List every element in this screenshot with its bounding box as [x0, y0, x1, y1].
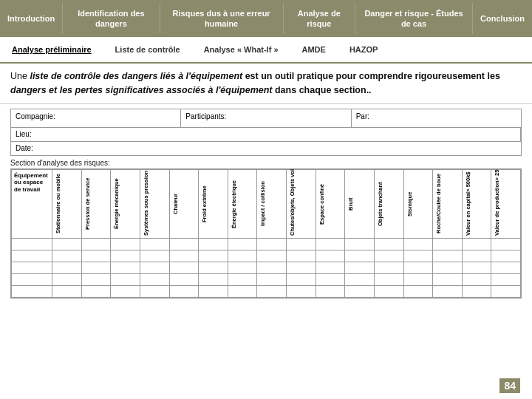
data-cell[interactable] — [403, 262, 433, 273]
data-cell[interactable] — [169, 238, 199, 250]
equip-cell[interactable] — [12, 285, 52, 297]
data-cell[interactable] — [140, 273, 169, 285]
data-cell[interactable] — [345, 285, 375, 297]
data-cell[interactable] — [403, 285, 433, 297]
table-row[interactable] — [12, 273, 521, 285]
data-cell[interactable] — [111, 238, 140, 250]
data-cell[interactable] — [403, 238, 433, 250]
data-cell[interactable] — [374, 262, 403, 273]
data-cell[interactable] — [140, 285, 169, 297]
data-cell[interactable] — [199, 285, 228, 297]
data-cell[interactable] — [345, 262, 375, 273]
data-cell[interactable] — [433, 273, 463, 285]
nav-item-analyse[interactable]: Analyse de risque — [284, 3, 355, 34]
data-cell[interactable] — [111, 273, 140, 285]
data-cell[interactable] — [199, 250, 228, 262]
subnav-item-hazop[interactable]: HAZOP — [345, 43, 383, 56]
data-cell[interactable] — [81, 250, 111, 262]
data-cell[interactable] — [169, 250, 199, 262]
data-cell[interactable] — [257, 262, 287, 273]
data-cell[interactable] — [52, 250, 82, 262]
nav-item-risques[interactable]: Risques dus à une erreur humaine — [160, 3, 284, 34]
data-cell[interactable] — [199, 262, 228, 273]
data-cell[interactable] — [462, 238, 491, 250]
data-cell[interactable] — [287, 238, 316, 250]
table-row[interactable] — [12, 262, 521, 273]
subnav-item-analyse-preliminaire[interactable]: Analyse préliminaire — [7, 43, 96, 56]
data-cell[interactable] — [228, 285, 257, 297]
data-cell[interactable] — [81, 238, 111, 250]
data-cell[interactable] — [374, 273, 403, 285]
data-cell[interactable] — [462, 273, 491, 285]
participants-field[interactable]: Participants: — [181, 109, 351, 127]
data-cell[interactable] — [228, 273, 257, 285]
data-cell[interactable] — [491, 262, 521, 273]
data-cell[interactable] — [316, 285, 345, 297]
data-cell[interactable] — [462, 285, 491, 297]
data-cell[interactable] — [52, 262, 82, 273]
data-cell[interactable] — [287, 250, 316, 262]
lieu-field[interactable]: Lieu: — [11, 128, 521, 141]
data-cell[interactable] — [257, 273, 287, 285]
data-cell[interactable] — [491, 250, 521, 262]
data-cell[interactable] — [228, 250, 257, 262]
nav-item-conclusion[interactable]: Conclusion — [473, 3, 532, 34]
company-field[interactable]: Compagnie: — [11, 109, 181, 127]
data-cell[interactable] — [111, 250, 140, 262]
data-cell[interactable] — [316, 238, 345, 250]
data-cell[interactable] — [52, 273, 82, 285]
data-cell[interactable] — [111, 285, 140, 297]
data-cell[interactable] — [169, 262, 199, 273]
data-cell[interactable] — [316, 250, 345, 262]
data-cell[interactable] — [462, 262, 491, 273]
equip-cell[interactable] — [12, 273, 52, 285]
data-cell[interactable] — [287, 285, 316, 297]
data-cell[interactable] — [491, 238, 521, 250]
data-cell[interactable] — [81, 273, 111, 285]
data-cell[interactable] — [403, 250, 433, 262]
data-cell[interactable] — [52, 285, 82, 297]
nav-item-danger[interactable]: Danger et risque - Études de cas — [355, 3, 473, 34]
equip-cell[interactable] — [12, 262, 52, 273]
data-cell[interactable] — [169, 285, 199, 297]
data-cell[interactable] — [433, 262, 463, 273]
data-cell[interactable] — [52, 238, 82, 250]
data-cell[interactable] — [345, 250, 375, 262]
date-field[interactable]: Date: — [11, 142, 521, 155]
data-cell[interactable] — [491, 285, 521, 297]
equip-cell[interactable] — [12, 238, 52, 250]
subnav-item-liste-controle[interactable]: Liste de contrôle — [111, 43, 185, 56]
data-cell[interactable] — [374, 285, 403, 297]
subnav-item-amde[interactable]: AMDE — [298, 43, 330, 56]
data-cell[interactable] — [374, 238, 403, 250]
subnav-item-what-if[interactable]: Analyse « What-If » — [200, 43, 283, 56]
data-cell[interactable] — [433, 250, 463, 262]
nav-item-identification[interactable]: Identification des dangers — [63, 3, 160, 34]
data-cell[interactable] — [374, 250, 403, 262]
data-cell[interactable] — [403, 273, 433, 285]
data-cell[interactable] — [257, 285, 287, 297]
par-field[interactable]: Par: — [352, 109, 521, 127]
table-row[interactable] — [12, 238, 521, 250]
data-cell[interactable] — [199, 238, 228, 250]
table-row[interactable] — [12, 285, 521, 297]
data-cell[interactable] — [316, 273, 345, 285]
data-cell[interactable] — [169, 273, 199, 285]
data-cell[interactable] — [228, 262, 257, 273]
data-cell[interactable] — [345, 238, 375, 250]
data-cell[interactable] — [228, 238, 257, 250]
data-cell[interactable] — [81, 262, 111, 273]
data-cell[interactable] — [433, 238, 463, 250]
equip-cell[interactable] — [12, 250, 52, 262]
data-cell[interactable] — [491, 273, 521, 285]
data-cell[interactable] — [199, 273, 228, 285]
data-cell[interactable] — [287, 262, 316, 273]
data-cell[interactable] — [462, 250, 491, 262]
data-cell[interactable] — [81, 285, 111, 297]
data-cell[interactable] — [257, 250, 287, 262]
data-cell[interactable] — [140, 262, 169, 273]
data-cell[interactable] — [257, 238, 287, 250]
table-row[interactable] — [12, 250, 521, 262]
nav-item-introduction[interactable]: Introduction — [0, 3, 63, 34]
data-cell[interactable] — [345, 273, 375, 285]
